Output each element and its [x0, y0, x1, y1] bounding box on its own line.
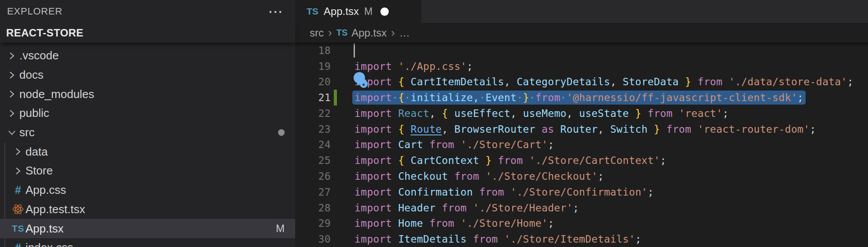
code-line-23[interactable]: 23import { Route, BrowserRouter as Route… — [295, 121, 868, 137]
text-cursor — [354, 44, 355, 58]
typescript-icon: TS — [336, 28, 348, 38]
line-number[interactable]: 18 — [295, 45, 331, 56]
breadcrumb-symbol-ellipsis[interactable]: … — [399, 27, 410, 39]
tree-item-label: .vscode — [19, 49, 59, 62]
vscode-window: EXPLORER ⋯ REACT-STORE .vscodedocsnode_m… — [0, 0, 868, 247]
line-number[interactable]: 21 — [295, 92, 331, 103]
editor-group: TS App.tsx M src › TS App.tsx › … 1819im… — [295, 0, 868, 247]
code-line-content[interactable]: import { CartContext } from './Store/Car… — [354, 155, 666, 166]
breadcrumb-folder[interactable]: src — [310, 27, 324, 39]
line-number[interactable]: 22 — [295, 108, 331, 119]
whitespace-dot: · — [479, 92, 485, 103]
code-editor[interactable]: 1819import './App.css';20import { CartIt… — [295, 43, 868, 247]
code-line-content[interactable]: import React, { useEffect, useMemo, useS… — [354, 108, 729, 119]
whitespace-dot: · — [392, 92, 398, 103]
line-number[interactable]: 29 — [295, 218, 331, 229]
file-tree: .vscodedocsnode_modulespublicsrcdataStor… — [0, 43, 295, 247]
code-line-29[interactable]: 29import Home from './Store/Home'; — [295, 215, 868, 231]
line-number[interactable]: 26 — [295, 171, 331, 182]
code-line-content[interactable]: import·{·initialize,·Event·}·from·'@harn… — [352, 91, 806, 105]
chevron-right-icon: › — [328, 26, 332, 40]
tree-item-node_modules[interactable]: node_modules — [0, 84, 295, 104]
whitespace-dot: · — [529, 92, 535, 103]
code-line-content[interactable]: import Checkout from './Store/Checkout'; — [354, 171, 604, 182]
tree-item-src[interactable]: src — [0, 123, 295, 142]
chevron-right-icon — [4, 50, 19, 62]
tree-item-label: index.css — [25, 241, 73, 247]
chevron-right-icon: › — [391, 26, 395, 40]
quickfix-lightbulb-icon[interactable]: ★ — [352, 72, 370, 90]
code-line-18[interactable]: 18 — [295, 43, 868, 58]
tree-item-app.css[interactable]: #App.css — [0, 181, 295, 200]
chevron-right-icon — [11, 146, 25, 157]
explorer-sidebar: EXPLORER ⋯ REACT-STORE .vscodedocsnode_m… — [0, 0, 295, 247]
code-line-30[interactable]: 30import ItemDetails from './Store/ItemD… — [295, 231, 868, 247]
tree-item-docs[interactable]: docs — [0, 65, 295, 85]
tree-item-label: App.css — [25, 183, 66, 197]
modified-dot-badge — [278, 129, 285, 136]
typescript-icon: TS — [307, 6, 318, 17]
code-line-22[interactable]: 22import React, { useEffect, useMemo, us… — [295, 105, 868, 121]
tab-app-tsx[interactable]: TS App.tsx M — [295, 0, 421, 23]
code-line-24[interactable]: 24import Cart from './Store/Cart'; — [295, 137, 868, 153]
code-line-19[interactable]: 19import './App.css'; — [295, 58, 868, 74]
tree-item-app.test.tsx[interactable]: App.test.tsx — [0, 200, 295, 219]
chevron-right-icon — [4, 69, 19, 81]
code-line-20[interactable]: 20import { CartItemDetails, CategoryDeta… — [295, 74, 868, 90]
tree-item-label: data — [25, 145, 48, 159]
chevron-down-icon — [4, 127, 19, 138]
tab-strip: TS App.tsx M — [295, 0, 868, 23]
css-file-icon: # — [11, 241, 25, 247]
line-number[interactable]: 30 — [295, 233, 331, 245]
code-line-content[interactable]: import Header from './Store/Header'; — [354, 202, 579, 214]
tree-item-index.css[interactable]: #index.css — [0, 238, 295, 247]
line-number[interactable]: 24 — [295, 139, 331, 150]
code-line-21[interactable]: 21import·{·initialize,·Event·}·from·'@ha… — [295, 90, 868, 105]
code-line-25[interactable]: 25import { CartContext } from './Store/C… — [295, 153, 868, 168]
code-line-content[interactable]: import './App.css'; — [354, 61, 473, 72]
more-actions-icon[interactable]: ⋯ — [268, 9, 284, 14]
code-line-content[interactable]: import { Route, BrowserRouter as Router,… — [354, 123, 816, 135]
code-line-27[interactable]: 27import Confirmation from './Store/Conf… — [295, 184, 868, 200]
svg-text:★: ★ — [362, 80, 366, 87]
code-line-content[interactable]: import Cart from './Store/Cart'; — [354, 139, 554, 150]
line-number[interactable]: 25 — [295, 155, 331, 166]
tree-item-label: src — [19, 126, 35, 139]
breadcrumb-file[interactable]: App.tsx — [351, 27, 387, 39]
project-section-header[interactable]: REACT-STORE — [0, 23, 295, 43]
unsaved-changes-dot-icon[interactable] — [380, 7, 389, 16]
code-lines: 1819import './App.css';20import { CartIt… — [295, 43, 868, 247]
breadcrumb: src › TS App.tsx › … — [295, 23, 868, 43]
line-number[interactable]: 19 — [295, 61, 331, 72]
tree-item-label: docs — [19, 68, 43, 82]
react-file-icon — [11, 203, 25, 215]
code-line-26[interactable]: 26import Checkout from './Store/Checkout… — [295, 168, 868, 184]
tree-item-.vscode[interactable]: .vscode — [0, 46, 295, 65]
code-line-28[interactable]: 28import Header from './Store/Header'; — [295, 200, 868, 216]
tree-item-label: node_modules — [19, 87, 94, 101]
git-modified-badge: M — [364, 6, 373, 18]
git-modified-badge: M — [276, 222, 285, 235]
chevron-right-icon — [4, 108, 19, 119]
tree-item-label: public — [19, 106, 49, 120]
explorer-title: EXPLORER — [7, 6, 62, 17]
code-line-content[interactable]: import Home from './Store/Home'; — [354, 218, 554, 229]
tree-item-public[interactable]: public — [0, 104, 295, 123]
chevron-right-icon — [11, 165, 25, 177]
css-file-icon: # — [11, 184, 25, 196]
tree-item-store[interactable]: Store — [0, 161, 295, 181]
line-number[interactable]: 20 — [295, 76, 331, 87]
code-line-content[interactable]: import ItemDetails from './Store/ItemDet… — [354, 233, 641, 245]
code-line-content[interactable]: import Confirmation from './Store/Confir… — [354, 186, 654, 198]
code-line-content[interactable]: import { CartItemDetails, CategoryDetail… — [354, 76, 854, 87]
tree-item-label: App.tsx — [25, 222, 64, 236]
line-number[interactable]: 23 — [295, 123, 331, 135]
whitespace-dot: · — [561, 92, 567, 103]
whitespace-dot: · — [405, 92, 411, 103]
tree-item-label: Store — [25, 164, 53, 178]
tree-item-app.tsx[interactable]: TSApp.tsxM — [0, 219, 295, 238]
tree-item-data[interactable]: data — [0, 142, 295, 161]
chevron-right-icon — [4, 88, 19, 100]
line-number[interactable]: 27 — [295, 186, 331, 198]
line-number[interactable]: 28 — [295, 202, 331, 214]
